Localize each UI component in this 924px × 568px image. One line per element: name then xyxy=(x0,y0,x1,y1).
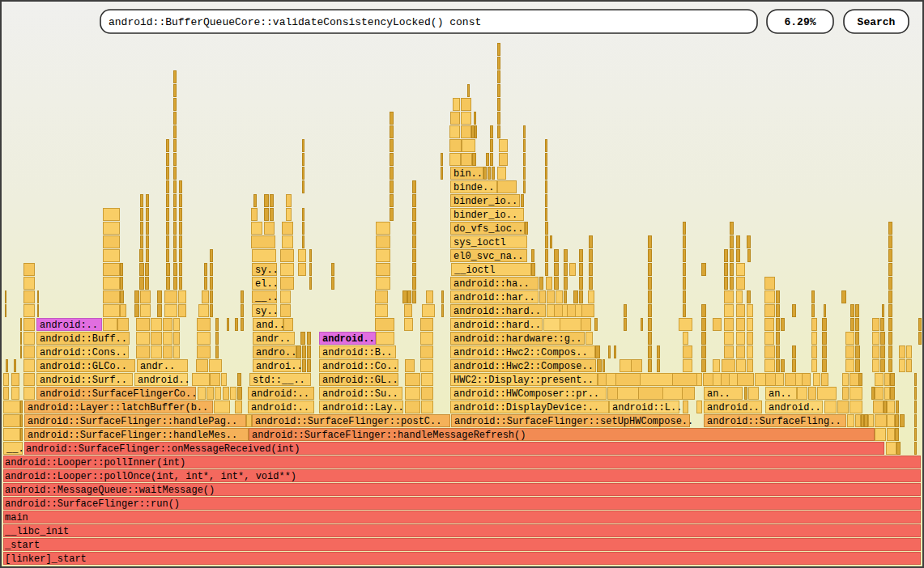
svg-text:__.: __. xyxy=(6,443,24,455)
svg-text:android::Looper::pollInner(int: android::Looper::pollInner(int) xyxy=(5,457,185,468)
svg-text:sy..: sy.. xyxy=(255,306,279,317)
svg-text:android..: android.. xyxy=(322,333,375,345)
svg-text:[linker]_start: [linker]_start xyxy=(5,553,87,565)
svg-text:andr..: andr.. xyxy=(140,361,175,372)
svg-text:android::hard..: android::hard.. xyxy=(453,306,541,317)
svg-text:bin..: bin.. xyxy=(453,168,483,180)
svg-text:andr..: andr.. xyxy=(256,333,291,345)
svg-text:android::Cons..: android::Cons.. xyxy=(40,347,127,358)
svg-text:android::GL..: android::GL.. xyxy=(322,375,398,386)
svg-text:android::DisplayDevice:..: android::DisplayDevice:.. xyxy=(453,402,599,413)
svg-text:android::L..: android::L.. xyxy=(612,402,682,413)
svg-text:android::MessageQueue::waitMes: android::MessageQueue::waitMessage() xyxy=(5,485,215,496)
svg-text:binder_io..: binder_io.. xyxy=(453,210,517,221)
svg-text:android::SurfaceFlinger::run(): android::SurfaceFlinger::run() xyxy=(5,498,180,510)
svg-text:android::GLCo..: android::GLCo.. xyxy=(40,361,127,372)
svg-text:android::SurfaceFling..: android::SurfaceFling.. xyxy=(707,416,841,427)
svg-text:android::Looper::pollOnce(int,: android::Looper::pollOnce(int, int*, int… xyxy=(5,471,296,482)
svg-text:_start: _start xyxy=(4,540,40,551)
svg-text:HWC2::Display::present..: HWC2::Display::present.. xyxy=(453,375,594,386)
svg-text:android::hard..: android::hard.. xyxy=(453,320,541,331)
svg-text:android::Hwc2::Compose..: android::Hwc2::Compose.. xyxy=(453,361,594,372)
svg-text:and..: and.. xyxy=(256,320,285,331)
svg-text:android::SurfaceFlinger::setUp: android::SurfaceFlinger::setUpHWCompose.… xyxy=(454,416,693,427)
svg-text:android::har..: android::har.. xyxy=(453,292,535,303)
svg-text:6.29%: 6.29% xyxy=(784,16,815,28)
svg-text:android::Hwc2::Compos..: android::Hwc2::Compos.. xyxy=(453,347,588,358)
svg-text:android::Surf..: android::Surf.. xyxy=(40,375,127,386)
svg-text:binde..: binde.. xyxy=(453,182,494,193)
svg-text:android::SurfaceFlinger::onMes: android::SurfaceFlinger::onMessageReceiv… xyxy=(26,443,300,455)
svg-text:sys_ioctl: sys_ioctl xyxy=(453,237,506,248)
svg-text:android::SurfaceFlinger::handl: android::SurfaceFlinger::handleMessageRe… xyxy=(252,430,526,441)
svg-text:android..: android.. xyxy=(707,402,760,413)
svg-text:Search: Search xyxy=(858,16,896,28)
svg-text:an..: an.. xyxy=(769,388,792,400)
svg-text:__libc_init: __libc_init xyxy=(4,526,69,537)
svg-text:android::ha..: android::ha.. xyxy=(453,278,530,290)
svg-text:android::SurfaceFlingerCo..: android::SurfaceFlingerCo.. xyxy=(40,388,197,400)
svg-text:android::BufferQueueCore::vali: android::BufferQueueCore::validateConsis… xyxy=(109,16,481,28)
svg-text:andro..: andro.. xyxy=(256,347,296,358)
svg-text:android::Co..: android::Co.. xyxy=(322,361,398,372)
svg-text:__..: __.. xyxy=(254,292,279,303)
svg-text:android::HWComposer::pr..: android::HWComposer::pr.. xyxy=(453,388,599,400)
svg-text:android::SurfaceFlinger::handl: android::SurfaceFlinger::handleMes.. xyxy=(28,430,237,441)
svg-text:do_vfs_ioc..: do_vfs_ioc.. xyxy=(453,223,523,235)
svg-text:el0_svc_na..: el0_svc_na.. xyxy=(453,251,523,262)
svg-text:android::Layer::latchBuffer(b.: android::Layer::latchBuffer(b.. xyxy=(28,402,208,413)
svg-text:android:..: android:.. xyxy=(251,402,309,413)
svg-text:sy..: sy.. xyxy=(255,265,279,276)
svg-text:el..: el.. xyxy=(255,278,279,290)
svg-text:android::SurfaceFlinger::handl: android::SurfaceFlinger::handlePag.. xyxy=(28,416,237,427)
svg-text:binder_io..: binder_io.. xyxy=(453,196,517,207)
svg-text:android::Buff..: android::Buff.. xyxy=(40,333,127,345)
svg-text:android::SurfaceFlinger::postC: android::SurfaceFlinger::postC.. xyxy=(255,416,441,427)
svg-text:main: main xyxy=(5,512,28,523)
svg-text:android::hardware::g..: android::hardware::g.. xyxy=(453,333,581,345)
svg-text:android:..: android:.. xyxy=(251,388,309,400)
svg-text:android::Lay..: android::Lay.. xyxy=(322,402,404,413)
svg-text:android::Su..: android::Su.. xyxy=(322,388,398,400)
svg-text:androi..: androi.. xyxy=(256,361,303,372)
svg-text:__ioctl: __ioctl xyxy=(453,265,495,276)
svg-text:android..: android.. xyxy=(769,402,821,413)
svg-text:android::B..: android::B.. xyxy=(322,347,392,358)
svg-text:an..: an.. xyxy=(707,388,730,400)
svg-text:std::__..: std::__.. xyxy=(253,375,305,386)
svg-text:android:..: android:.. xyxy=(40,320,98,331)
svg-text:android..: android.. xyxy=(138,375,190,386)
